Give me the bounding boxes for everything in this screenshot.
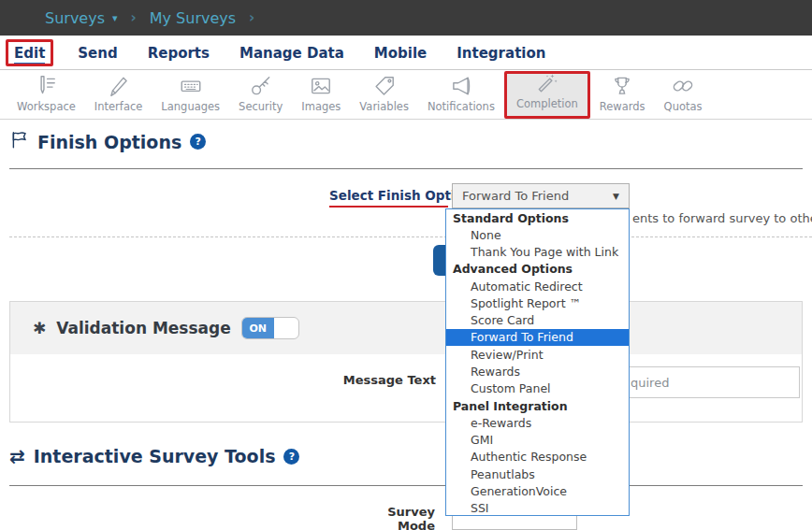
chevron-right-icon: › bbox=[131, 11, 137, 25]
dropdown-option-review-print[interactable]: Review/Print bbox=[446, 346, 629, 363]
divider bbox=[9, 168, 803, 169]
chevron-down-icon: ▼ bbox=[613, 192, 619, 201]
dropdown-option-generationvoice[interactable]: GenerationVoice bbox=[446, 482, 629, 499]
menu-item-reports[interactable]: Reports bbox=[133, 40, 225, 65]
finish-option-selected-value: Forward To Friend bbox=[462, 189, 613, 203]
toolbar-item-label: Images bbox=[301, 100, 341, 113]
breadcrumb: Surveys▾›My Surveys› bbox=[45, 9, 254, 27]
app-window: Surveys▾›My Surveys› EditSendReportsMana… bbox=[0, 0, 812, 530]
toolbar-item-label: Notifications bbox=[428, 100, 495, 113]
dropdown-group-panel-integration: Panel Integration bbox=[446, 397, 629, 414]
menu-item-edit[interactable]: Edit bbox=[6, 39, 53, 66]
quotas-icon bbox=[671, 74, 695, 98]
menu-item-mobile[interactable]: Mobile bbox=[359, 40, 442, 65]
dropdown-option-peanutlabs[interactable]: Peanutlabs bbox=[446, 466, 629, 482]
dropdown-option-gmi[interactable]: GMI bbox=[446, 431, 629, 448]
validation-message-title: Validation Message bbox=[56, 319, 231, 337]
rewards-icon bbox=[610, 74, 634, 98]
flag-icon bbox=[9, 130, 29, 153]
menu-item-label: Send bbox=[78, 45, 117, 62]
toolbar-item-security[interactable]: Security bbox=[229, 71, 292, 119]
toolbar-item-label: Workspace bbox=[17, 100, 76, 113]
breadcrumb-label: Surveys bbox=[45, 9, 105, 27]
annotation-underline bbox=[329, 206, 448, 208]
dropdown-option-score-card[interactable]: Score Card bbox=[446, 312, 629, 329]
toolbar-item-workspace[interactable]: Workspace bbox=[7, 71, 85, 119]
help-icon[interactable] bbox=[283, 449, 299, 465]
dropdown-option-spotlight-report[interactable]: Spotlight Report ™ bbox=[446, 294, 629, 311]
forward-helper-text: ents to forward survey to others. bbox=[632, 211, 812, 225]
toolbar-item-label: Security bbox=[239, 100, 283, 113]
dropdown-option-authentic-response[interactable]: Authentic Response bbox=[446, 449, 629, 466]
toolbar-item-label: Interface bbox=[94, 100, 143, 113]
toolbar-item-label: Completion bbox=[516, 97, 578, 110]
dropdown-option-ssi[interactable]: SSI bbox=[446, 500, 629, 516]
menu-item-label: Edit bbox=[14, 45, 45, 64]
toolbar-item-label: Variables bbox=[359, 100, 409, 113]
top-navigation-bar: Surveys▾›My Surveys› bbox=[0, 0, 812, 36]
toolbar-item-variables[interactable]: Variables bbox=[350, 71, 418, 119]
menu-item-label: Integration bbox=[457, 45, 545, 62]
interface-icon bbox=[107, 74, 131, 98]
menu-item-integration[interactable]: Integration bbox=[442, 40, 560, 65]
dropdown-group-standard-options: Standard Options bbox=[446, 209, 629, 226]
breadcrumb-label: My Surveys bbox=[150, 9, 236, 27]
divider bbox=[9, 485, 803, 486]
validation-message-panel: ✱ Validation Message ON Message Text bbox=[9, 301, 803, 423]
dropdown-option-e-rewards[interactable]: e-Rewards bbox=[446, 414, 629, 431]
finish-option-dropdown-list: Standard OptionsNoneThank You Page with … bbox=[445, 208, 630, 516]
dropdown-option-thank-you-page-with-link[interactable]: Thank You Page with Link bbox=[446, 244, 629, 261]
icon-toolbar: WorkspaceInterfaceLanguagesSecurityImage… bbox=[0, 71, 812, 120]
page-title: Finish Options bbox=[37, 132, 181, 152]
survey-mode-label: Survey Mode bbox=[346, 505, 435, 530]
toolbar-item-quotas[interactable]: Quotas bbox=[655, 71, 712, 119]
menu-item-manage-data[interactable]: Manage Data bbox=[225, 40, 359, 65]
toolbar-item-interface[interactable]: Interface bbox=[85, 71, 152, 119]
security-icon bbox=[249, 74, 273, 98]
dropdown-option-automatic-redirect[interactable]: Automatic Redirect bbox=[446, 278, 629, 294]
dropdown-group-advanced-options: Advanced Options bbox=[446, 261, 629, 278]
section-title: Interactive Survey Tools bbox=[34, 446, 276, 466]
breadcrumb-item-surveys[interactable]: Surveys▾ bbox=[45, 9, 118, 27]
caret-down-icon: ▾ bbox=[112, 13, 118, 23]
toolbar-item-label: Rewards bbox=[600, 100, 645, 113]
message-text-label: Message Text bbox=[319, 373, 436, 387]
toolbar-item-images[interactable]: Images bbox=[292, 71, 350, 119]
validation-message-header: ✱ Validation Message ON bbox=[10, 302, 802, 354]
menu-bar: EditSendReportsManage DataMobileIntegrat… bbox=[0, 36, 812, 70]
toolbar-item-notifications[interactable]: Notifications bbox=[418, 71, 504, 119]
dropdown-option-rewards[interactable]: Rewards bbox=[446, 363, 629, 380]
dropdown-option-none[interactable]: None bbox=[446, 226, 629, 243]
toolbar-item-rewards[interactable]: Rewards bbox=[590, 71, 655, 119]
interactive-tools-heading: ⇄ Interactive Survey Tools bbox=[9, 446, 299, 466]
forward-helper-text-fragment: ents to forward survey to others. bbox=[632, 211, 812, 225]
help-icon[interactable] bbox=[190, 134, 206, 150]
toolbar-item-label: Quotas bbox=[664, 100, 703, 113]
swap-arrows-icon: ⇄ bbox=[9, 447, 25, 466]
notifications-icon bbox=[449, 74, 473, 98]
asterisk-icon: ✱ bbox=[33, 321, 46, 337]
menu-item-label: Reports bbox=[148, 45, 210, 62]
dropdown-option-custom-panel[interactable]: Custom Panel bbox=[446, 380, 629, 397]
finish-option-select[interactable]: Forward To Friend ▼ bbox=[452, 183, 630, 208]
variables-icon bbox=[372, 74, 397, 98]
dropdown-option-forward-to-friend[interactable]: Forward To Friend bbox=[446, 329, 629, 346]
chevron-right-icon: › bbox=[249, 11, 254, 25]
menu-item-label: Manage Data bbox=[239, 45, 344, 62]
toolbar-item-label: Languages bbox=[161, 100, 220, 113]
languages-icon bbox=[179, 74, 203, 98]
completion-icon bbox=[535, 71, 559, 95]
toggle-on-label: ON bbox=[242, 318, 274, 338]
breadcrumb-item-my-surveys[interactable]: My Surveys bbox=[150, 9, 236, 27]
menu-item-label: Mobile bbox=[374, 45, 427, 62]
toolbar-item-languages[interactable]: Languages bbox=[152, 71, 229, 119]
menu-item-send[interactable]: Send bbox=[63, 40, 132, 65]
toolbar-item-completion[interactable]: Completion bbox=[504, 71, 590, 119]
workspace-icon bbox=[34, 74, 58, 98]
finish-options-heading: Finish Options bbox=[9, 130, 206, 153]
images-icon bbox=[309, 74, 333, 98]
validation-message-toggle[interactable]: ON bbox=[241, 317, 299, 339]
dashed-divider bbox=[9, 236, 812, 237]
